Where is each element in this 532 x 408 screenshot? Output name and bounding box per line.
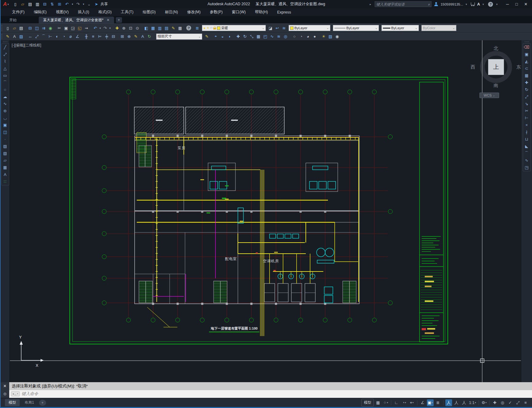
rotate-icon[interactable]: ↻ — [523, 86, 530, 93]
redo-icon[interactable]: ↷ — [75, 1, 81, 7]
hatch-icon[interactable]: ▨ — [2, 143, 9, 150]
isometric-drafting-icon[interactable]: ∠ — [419, 399, 426, 406]
drawing-canvas[interactable]: [-][俯视][二维线框] — [10, 40, 521, 382]
account-dropdown-icon[interactable]: ▾ — [466, 3, 468, 6]
annotation-scale-button[interactable]: 1:1▾ — [468, 399, 477, 406]
menu-item[interactable]: 窗口(W) — [227, 8, 250, 16]
point-icon[interactable]: ∙ — [2, 136, 9, 143]
paste-icon[interactable]: ◲ — [69, 25, 76, 31]
autodesk-app-dropdown-icon[interactable]: ▾ — [483, 3, 485, 6]
dim-text-edit-icon[interactable]: A — [139, 34, 146, 40]
plot-icon[interactable]: ⊟ — [27, 25, 33, 31]
plot-preview-icon[interactable]: ◫ — [33, 25, 40, 31]
vs-shaded-icon[interactable]: ◕ — [305, 34, 311, 40]
insert-block-icon[interactable]: ▣ — [2, 121, 9, 129]
redo-dropdown-icon[interactable]: ▾ — [108, 25, 112, 31]
text-layers-icon[interactable]: ▨ — [18, 34, 25, 40]
zoom-window-icon[interactable]: ⊡ — [127, 25, 134, 31]
tab-start[interactable]: 开始 — [5, 17, 39, 23]
save-icon[interactable]: ▤ — [27, 1, 33, 7]
menu-item[interactable]: 帮助(H) — [250, 8, 272, 16]
dim-style-dropdown[interactable]: 细部尺寸 ⌄ — [156, 34, 202, 40]
viewcube-south[interactable]: 南 — [494, 83, 498, 89]
object-snap-icon[interactable]: ⌖▾ — [408, 399, 415, 406]
undo-dropdown-icon[interactable]: ▾ — [71, 1, 74, 7]
materials-icon[interactable]: ▨ — [327, 34, 334, 40]
logo-dropdown-icon[interactable]: ▾ — [7, 3, 10, 6]
tab-document[interactable]: 某大厦采暖、通风、空调设计全套图* ✕ — [39, 17, 114, 23]
save-icon[interactable]: ▤ — [18, 25, 25, 31]
render-icon[interactable]: ◉ — [334, 34, 341, 40]
annotation-visibility-icon[interactable]: 人 — [445, 399, 452, 406]
lights-icon[interactable]: ☀ — [320, 34, 327, 40]
viewcube-east[interactable]: 东 — [516, 64, 521, 70]
revolve-icon[interactable]: ◎ — [282, 34, 289, 40]
share-icon[interactable]: ➤ — [93, 1, 100, 7]
trim-icon[interactable]: ✂ — [523, 107, 530, 114]
open-folder-icon[interactable]: ▱ — [19, 1, 26, 7]
grid-display-icon[interactable]: ▦ — [375, 399, 381, 406]
cut-icon[interactable]: ✂ — [56, 25, 63, 31]
user-avatar-icon[interactable] — [434, 2, 438, 6]
sheet-set-manager-icon[interactable]: ▤ — [163, 25, 170, 31]
3d-move-icon[interactable]: ✚ — [235, 34, 242, 40]
model-space-button[interactable]: 模型 — [361, 399, 374, 406]
dim-spacing-icon[interactable]: ╪ — [103, 34, 110, 40]
menu-item[interactable]: Express — [273, 8, 296, 16]
3d-align-icon[interactable]: ⤡ — [248, 34, 255, 40]
save-as-icon[interactable]: ▥ — [34, 1, 41, 7]
quick-dimension-icon[interactable]: ╫ — [83, 34, 90, 40]
spline-icon[interactable]: ∿ — [2, 100, 9, 107]
vs-hidden-icon[interactable]: ◔ — [298, 34, 305, 40]
object-isolate-icon[interactable]: ◎ — [499, 399, 506, 406]
undo-dropdown-icon[interactable]: ▾ — [99, 25, 102, 31]
layer-properties-icon[interactable]: ≣ — [194, 25, 201, 31]
viewport-controls[interactable]: [-][俯视][二维线框] — [12, 43, 41, 48]
center-mark-icon[interactable]: ⊕ — [126, 34, 132, 40]
plot-icon[interactable]: ⊟ — [41, 1, 48, 7]
solid-intersect-icon[interactable]: ◑ — [226, 34, 233, 40]
help-icon[interactable]: ? — [488, 2, 493, 7]
dim-diameter-icon[interactable]: ⌀ — [67, 34, 74, 40]
circle-icon[interactable]: ○ — [2, 86, 9, 93]
region-icon[interactable]: ▱ — [2, 157, 9, 164]
minimize-button[interactable]: ─ — [503, 1, 512, 8]
search-expand-icon[interactable]: ▸ — [370, 3, 372, 6]
lineweight-dropdown[interactable]: ByLayer ⌄ — [381, 25, 419, 31]
geolocation-icon[interactable]: ◉ — [47, 25, 54, 31]
annotation-scale-all-icon[interactable]: 人 — [461, 399, 467, 406]
extend-icon[interactable]: ⊢ — [523, 114, 530, 121]
copy-icon[interactable]: ▣ — [63, 25, 69, 31]
design-center-icon[interactable]: ▦ — [150, 25, 156, 31]
markup-icon[interactable]: ✎ — [170, 25, 177, 31]
print-icon[interactable]: ⊞ — [56, 1, 63, 7]
fillet-icon[interactable]: ⌒ — [523, 150, 530, 157]
command-input-row[interactable]: ▸_▾ 键入命令 — [9, 390, 532, 398]
copy-icon[interactable]: ▣ — [523, 51, 530, 58]
viewcube-north[interactable]: 北 — [494, 46, 498, 51]
recent-commands-icon[interactable]: ▸_▾ — [11, 391, 20, 396]
workspace-switching-icon[interactable]: ⚙▾ — [481, 399, 487, 406]
menu-item[interactable]: 格式(O) — [94, 8, 116, 16]
publish-icon[interactable]: ⇉ — [40, 25, 47, 31]
mtext-icon[interactable]: A — [2, 171, 9, 178]
linetype-dropdown[interactable]: ByLayer ⌄ — [333, 25, 379, 31]
toolbar-grip[interactable] — [525, 42, 529, 42]
redo-icon[interactable]: ↷ — [102, 25, 108, 31]
menu-item[interactable]: 文件(F) — [7, 8, 29, 16]
tool-palettes-icon[interactable]: ▥ — [156, 25, 163, 31]
crosshair-toggle-icon[interactable]: ✚ — [491, 399, 498, 406]
ellipse-icon[interactable]: ⊜ — [2, 107, 9, 114]
dim-linear-icon[interactable]: ↔ — [27, 34, 33, 40]
stretch-icon[interactable]: ⇘ — [523, 100, 530, 107]
layer-previous-icon[interactable]: ↩ — [274, 25, 281, 31]
new-tab-button[interactable]: + — [116, 17, 122, 23]
text-style-icon[interactable]: A — [11, 34, 18, 40]
menu-item[interactable]: 修改(M) — [183, 8, 205, 16]
autocad-logo-icon[interactable]: A — [1, 1, 7, 7]
break-at-point-icon[interactable]: × — [523, 121, 530, 129]
zoom-realtime-icon[interactable]: ⊕ — [120, 25, 127, 31]
zoom-previous-icon[interactable]: ⊙ — [134, 25, 141, 31]
snap-mode-icon[interactable]: ⁘▾ — [382, 399, 389, 406]
dim-continue-icon[interactable]: ⊨ — [97, 34, 103, 40]
